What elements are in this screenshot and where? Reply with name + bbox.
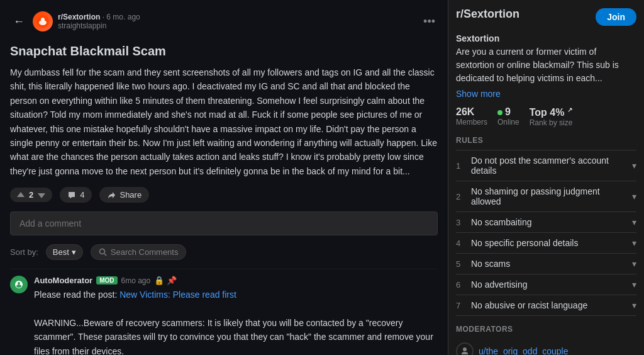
stat-online: 9 Online xyxy=(497,106,519,127)
comment-time: 6mo ago xyxy=(121,276,151,285)
rule-num-7: 7 xyxy=(456,301,465,310)
rule-text-3: No scambaiting xyxy=(471,217,532,227)
stat-members: 26K Members xyxy=(456,106,487,127)
post-meta-top: r/Sextortion · 6 mo. ago xyxy=(58,13,416,21)
sort-select[interactable]: Best ▾ xyxy=(46,244,83,260)
subreddit-name[interactable]: r/Sextortion xyxy=(58,13,100,21)
rank-label: Rank by size xyxy=(530,118,573,127)
vote-group: 2 xyxy=(10,188,52,202)
username[interactable]: straightslappin xyxy=(58,21,416,30)
top-bar: ← r/Sextortion · 6 mo. ago straightslapp… xyxy=(10,8,438,38)
rule-chevron-7-icon: ▾ xyxy=(632,300,636,310)
moderators-label: MODERATORS xyxy=(456,325,636,334)
comment-icons: 🔒 📌 xyxy=(154,276,177,285)
rule-text-7: No abusive or racist language xyxy=(471,300,587,310)
sort-chevron-icon: ▾ xyxy=(72,247,76,257)
comment-text: Please read the post: New Victims: Pleas… xyxy=(34,288,438,355)
rule-item-6[interactable]: 6 No advertising ▾ xyxy=(456,274,636,295)
share-label: Share xyxy=(119,190,142,200)
comments-count: 4 xyxy=(80,190,84,200)
new-victims-link[interactable]: New Victims: Please read first xyxy=(119,290,236,300)
members-value: 26K xyxy=(456,106,487,118)
stat-rank: Top 4% ↗ Rank by size xyxy=(530,106,573,127)
rule-text-2: No shaming or passing judgment allowed xyxy=(471,186,632,206)
rule-chevron-2-icon: ▾ xyxy=(632,191,636,201)
stats-row: 26K Members 9 Online Top 4% ↗ Rank by si… xyxy=(456,106,636,127)
action-bar: 2 4 Share xyxy=(10,187,438,203)
members-label: Members xyxy=(456,118,487,127)
comment-intro: Please read the post: xyxy=(34,290,117,300)
comments-section: AutoModerator MOD 6mo ago 🔒 📌 Please rea… xyxy=(10,269,438,355)
rule-text-1: Do not post the scammer's account detail… xyxy=(471,155,632,176)
svg-point-2 xyxy=(41,18,45,21)
sidebar-description: Sextortion Are you a current or former v… xyxy=(456,32,636,85)
search-comments-label: Search Comments xyxy=(111,247,179,257)
svg-point-3 xyxy=(99,249,104,254)
sidebar-desc-text: Are you a current or former victim of se… xyxy=(456,47,619,83)
comment-header: AutoModerator MOD 6mo ago 🔒 📌 xyxy=(34,276,438,285)
rule-text-5: No scams xyxy=(471,259,510,269)
rule-chevron-6-icon: ▾ xyxy=(632,279,636,290)
post-title: Snapchat Blackmail Scam xyxy=(10,43,438,59)
external-link-icon: ↗ xyxy=(567,106,572,113)
rule-chevron-1-icon: ▾ xyxy=(632,161,636,171)
online-dot-icon xyxy=(497,110,502,115)
rule-item-2[interactable]: 2 No shaming or passing judgment allowed… xyxy=(456,181,636,211)
post-meta: r/Sextortion · 6 mo. ago straightslappin xyxy=(58,13,416,30)
main-content: ← r/Sextortion · 6 mo. ago straightslapp… xyxy=(0,0,448,355)
join-button[interactable]: Join xyxy=(596,8,636,26)
rule-num-3: 3 xyxy=(456,218,465,227)
moderators-section: MODERATORS u/the_orig_odd_couple xyxy=(456,325,636,355)
sidebar-title: r/Sextortion xyxy=(456,8,519,21)
rule-item-1[interactable]: 1 Do not post the scammer's account deta… xyxy=(456,150,636,181)
comments-button[interactable]: 4 xyxy=(60,187,92,203)
rule-num-2: 2 xyxy=(456,192,465,201)
rule-text-6: No advertising xyxy=(471,279,528,290)
rule-chevron-5-icon: ▾ xyxy=(632,259,636,269)
sort-label: Sort by: xyxy=(10,247,38,257)
post-body: My dumbass fell for the scam and they se… xyxy=(10,65,438,178)
comment-body: AutoModerator MOD 6mo ago 🔒 📌 Please rea… xyxy=(34,276,438,355)
rule-num-1: 1 xyxy=(456,161,465,171)
search-icon xyxy=(99,248,107,256)
back-button[interactable]: ← xyxy=(10,13,28,30)
comment-input[interactable] xyxy=(10,211,438,235)
rule-chevron-4-icon: ▾ xyxy=(632,238,636,248)
downvote-button[interactable] xyxy=(37,191,46,200)
online-value: 9 xyxy=(497,106,519,118)
comment-warning: WARNING...Beware of recovery scammers: I… xyxy=(34,316,438,355)
mod-item: u/the_orig_odd_couple xyxy=(456,339,636,355)
rule-num-5: 5 xyxy=(456,259,465,269)
share-button[interactable]: Share xyxy=(99,187,149,203)
comment: AutoModerator MOD 6mo ago 🔒 📌 Please rea… xyxy=(10,269,438,355)
rule-item-5[interactable]: 5 No scams ▾ xyxy=(456,253,636,274)
rank-value: Top 4% ↗ xyxy=(530,106,573,118)
upvote-button[interactable] xyxy=(16,191,25,200)
mod-name[interactable]: u/the_orig_odd_couple xyxy=(479,346,568,355)
rules-list: 1 Do not post the scammer's account deta… xyxy=(456,150,636,316)
sidebar-sub-name: Sextortion xyxy=(456,33,499,43)
sidebar: r/Sextortion Join Sextortion Are you a c… xyxy=(448,0,644,355)
sort-selected: Best xyxy=(53,247,69,257)
online-label: Online xyxy=(497,118,519,127)
comment-author[interactable]: AutoModerator xyxy=(34,276,92,285)
rule-item-4[interactable]: 4 No specific personal details ▾ xyxy=(456,232,636,253)
subreddit-avatar xyxy=(33,11,53,31)
rule-num-6: 6 xyxy=(456,280,465,290)
comment-input-wrap xyxy=(10,211,438,235)
rule-item-7[interactable]: 7 No abusive or racist language ▾ xyxy=(456,295,636,316)
mod-avatar xyxy=(456,342,474,355)
rule-chevron-3-icon: ▾ xyxy=(632,217,636,227)
more-options-button[interactable]: ••• xyxy=(421,13,438,31)
rule-num-4: 4 xyxy=(456,239,465,248)
sidebar-header: r/Sextortion Join xyxy=(456,8,636,26)
show-more-button[interactable]: Show more xyxy=(456,89,501,99)
rule-item-3[interactable]: 3 No scambaiting ▾ xyxy=(456,211,636,232)
svg-line-4 xyxy=(104,254,106,256)
rules-section-label: RULES xyxy=(456,136,636,145)
sort-bar: Sort by: Best ▾ Search Comments xyxy=(10,244,438,260)
search-comments[interactable]: Search Comments xyxy=(91,244,187,260)
time-ago: 6 mo. ago xyxy=(106,13,140,21)
rule-text-4: No specific personal details xyxy=(471,238,578,248)
vote-count: 2 xyxy=(29,190,33,200)
